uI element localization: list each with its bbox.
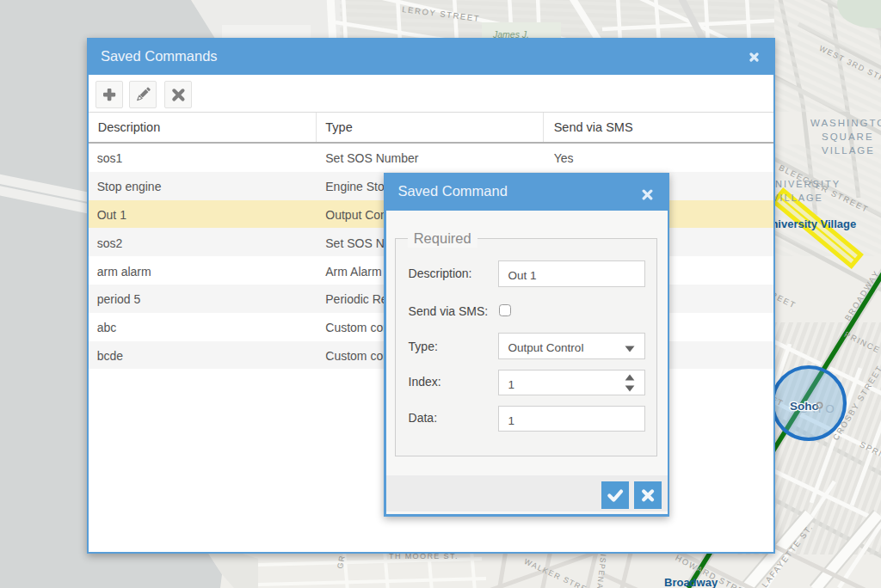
svg-text:SQUARE: SQUARE (822, 132, 874, 142)
svg-text:University Village: University Village (763, 217, 856, 230)
svg-text:VILLAGE: VILLAGE (772, 193, 823, 203)
svg-text:Broadway: Broadway (664, 576, 718, 588)
svg-text:UNIVERSITY: UNIVERSITY (767, 179, 841, 189)
svg-text:Soho: Soho (790, 400, 819, 413)
svg-text:VILLAGE: VILLAGE (822, 145, 875, 156)
svg-text:WASHINGTON: WASHINGTON (810, 118, 881, 128)
